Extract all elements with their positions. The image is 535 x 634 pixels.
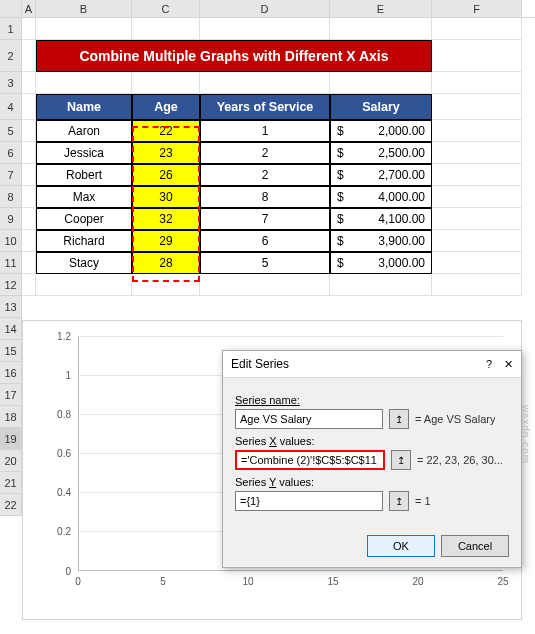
title-banner: Combine Multiple Graphs with Different X… bbox=[36, 40, 432, 72]
cell-age[interactable]: 26 bbox=[132, 164, 200, 186]
row-header[interactable]: 7 bbox=[0, 164, 22, 186]
row-header[interactable]: 19 bbox=[0, 428, 22, 450]
x-tick: 25 bbox=[497, 576, 508, 587]
row-header[interactable]: 21 bbox=[0, 472, 22, 494]
range-selector-icon[interactable]: ↥ bbox=[389, 409, 409, 429]
series-x-preview: = 22, 23, 26, 30... bbox=[417, 454, 503, 466]
row-header[interactable]: 20 bbox=[0, 450, 22, 472]
series-x-label: Series X values: bbox=[235, 435, 509, 447]
cell-name[interactable]: Aaron bbox=[36, 120, 132, 142]
y-tick: 0.8 bbox=[57, 409, 71, 420]
cell-salary[interactable]: $3,900.00 bbox=[330, 230, 432, 252]
row-header[interactable]: 10 bbox=[0, 230, 22, 252]
cell-yos[interactable]: 5 bbox=[200, 252, 330, 274]
series-name-input[interactable] bbox=[235, 409, 383, 429]
y-tick: 0.4 bbox=[57, 487, 71, 498]
cell-yos[interactable]: 7 bbox=[200, 208, 330, 230]
series-y-input[interactable] bbox=[235, 491, 383, 511]
row-header[interactable]: 8 bbox=[0, 186, 22, 208]
y-tick: 0 bbox=[65, 566, 71, 577]
table-header-age[interactable]: Age bbox=[132, 94, 200, 120]
x-tick: 15 bbox=[327, 576, 338, 587]
y-tick: 1 bbox=[65, 370, 71, 381]
series-name-preview: = Age VS Salary bbox=[415, 413, 495, 425]
cell-age[interactable]: 29 bbox=[132, 230, 200, 252]
cell-salary[interactable]: $2,000.00 bbox=[330, 120, 432, 142]
y-tick: 1.2 bbox=[57, 331, 71, 342]
row-header[interactable]: 3 bbox=[0, 72, 22, 94]
cell-yos[interactable]: 8 bbox=[200, 186, 330, 208]
y-tick: 0.2 bbox=[57, 526, 71, 537]
row-header[interactable]: 9 bbox=[0, 208, 22, 230]
range-selector-icon[interactable]: ↥ bbox=[389, 491, 409, 511]
cell-yos[interactable]: 2 bbox=[200, 142, 330, 164]
ok-button[interactable]: OK bbox=[367, 535, 435, 557]
cell-salary[interactable]: $4,000.00 bbox=[330, 186, 432, 208]
cell-name[interactable]: Jessica bbox=[36, 142, 132, 164]
edit-series-dialog: Edit Series ? ✕ Series name: ↥ = Age VS … bbox=[222, 350, 522, 568]
row-header[interactable]: 4 bbox=[0, 94, 22, 120]
cell-salary[interactable]: $3,000.00 bbox=[330, 252, 432, 274]
cell-age[interactable]: 28 bbox=[132, 252, 200, 274]
cell-name[interactable]: Robert bbox=[36, 164, 132, 186]
range-selector-icon[interactable]: ↥ bbox=[391, 450, 411, 470]
col-header[interactable]: E bbox=[330, 0, 432, 17]
cell-yos[interactable]: 2 bbox=[200, 164, 330, 186]
cell-age[interactable]: 23 bbox=[132, 142, 200, 164]
dialog-titlebar[interactable]: Edit Series ? ✕ bbox=[223, 351, 521, 378]
dialog-title: Edit Series bbox=[231, 357, 289, 371]
table-header-name[interactable]: Name bbox=[36, 94, 132, 120]
x-tick: 20 bbox=[412, 576, 423, 587]
cell-name[interactable]: Stacy bbox=[36, 252, 132, 274]
row-header[interactable]: 14 bbox=[0, 318, 22, 340]
row-header[interactable]: 6 bbox=[0, 142, 22, 164]
table-header-yos[interactable]: Years of Service bbox=[200, 94, 330, 120]
table-header-salary[interactable]: Salary bbox=[330, 94, 432, 120]
cancel-button[interactable]: Cancel bbox=[441, 535, 509, 557]
watermark: wsxdn.com bbox=[520, 405, 531, 464]
col-header[interactable]: D bbox=[200, 0, 330, 17]
series-x-input[interactable] bbox=[235, 450, 385, 470]
x-tick: 10 bbox=[242, 576, 253, 587]
row-header[interactable]: 13 bbox=[0, 296, 22, 318]
cell-name[interactable]: Cooper bbox=[36, 208, 132, 230]
cell-yos[interactable]: 6 bbox=[200, 230, 330, 252]
cell-salary[interactable]: $2,700.00 bbox=[330, 164, 432, 186]
cell-age[interactable]: 32 bbox=[132, 208, 200, 230]
series-y-preview: = 1 bbox=[415, 495, 431, 507]
help-icon[interactable]: ? bbox=[486, 358, 492, 371]
series-name-label: Series name: bbox=[235, 394, 509, 406]
row-header[interactable]: 17 bbox=[0, 384, 22, 406]
row-header[interactable]: 2 bbox=[0, 40, 22, 72]
row-header[interactable]: 5 bbox=[0, 120, 22, 142]
cell-age[interactable]: 22 bbox=[132, 120, 200, 142]
series-y-label: Series Y values: bbox=[235, 476, 509, 488]
row-header[interactable]: 22 bbox=[0, 494, 22, 516]
close-icon[interactable]: ✕ bbox=[504, 358, 513, 371]
cell-yos[interactable]: 1 bbox=[200, 120, 330, 142]
row-header[interactable]: 1 bbox=[0, 18, 22, 40]
x-tick: 0 bbox=[75, 576, 81, 587]
col-header[interactable]: A bbox=[22, 0, 36, 17]
row-header[interactable]: 11 bbox=[0, 252, 22, 274]
cell-name[interactable]: Max bbox=[36, 186, 132, 208]
row-header[interactable]: 15 bbox=[0, 340, 22, 362]
col-header[interactable]: B bbox=[36, 0, 132, 17]
x-tick: 5 bbox=[160, 576, 166, 587]
col-header[interactable]: F bbox=[432, 0, 522, 17]
cell-salary[interactable]: $2,500.00 bbox=[330, 142, 432, 164]
cell-salary[interactable]: $4,100.00 bbox=[330, 208, 432, 230]
row-header[interactable]: 16 bbox=[0, 362, 22, 384]
row-header[interactable]: 12 bbox=[0, 274, 22, 296]
cell-name[interactable]: Richard bbox=[36, 230, 132, 252]
col-header[interactable]: C bbox=[132, 0, 200, 17]
y-tick: 0.6 bbox=[57, 448, 71, 459]
cell-age[interactable]: 30 bbox=[132, 186, 200, 208]
row-header[interactable]: 18 bbox=[0, 406, 22, 428]
